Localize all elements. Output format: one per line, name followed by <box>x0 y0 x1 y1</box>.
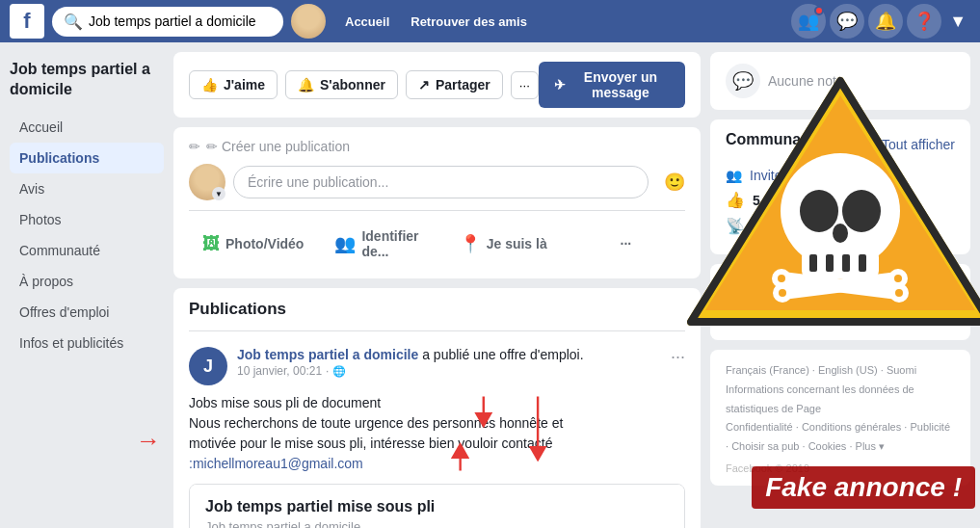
footer-conditions[interactable]: Conditions générales <box>802 421 901 433</box>
post-body-line1: Jobs mise sous pli de document <box>189 393 685 413</box>
post-author-name[interactable]: Job temps partiel a domicile <box>237 347 418 362</box>
post-meta: 10 janvier, 00:21 · 🌐 <box>237 364 584 378</box>
sidebar-item-avis[interactable]: Avis <box>10 173 164 204</box>
nav-link-amis[interactable]: Retrouver des amis <box>403 11 535 33</box>
create-post-actions: 🖼 Photo/Vidéo 👥 Identifier de... 📍 Je su… <box>189 211 685 267</box>
community-title: Communauté <box>726 131 824 148</box>
subscribe-button[interactable]: 🔔 S'abonner <box>285 70 398 99</box>
sidebar-item-communaute[interactable]: Communauté <box>10 235 164 266</box>
right-sidebar: 💬 Aucune note Communauté Tout afficher 👥… <box>710 42 980 528</box>
post-body-email: :michellmoreau1@gmail.com <box>189 454 685 474</box>
sidebar-menu: Accueil Publications Avis Photos Communa… <box>10 112 164 358</box>
job-card-title: Job temps partiel mise sous pli <box>205 498 669 515</box>
job-card: Job temps partiel mise sous pli Job temp… <box>189 484 685 528</box>
user-avatar[interactable] <box>291 4 326 39</box>
footer-lang-fi[interactable]: Suomi <box>887 364 916 376</box>
top-navigation: f 🔍 Accueil Retrouver des amis 👥 💬 🔔 ❓ ▼ <box>0 0 980 42</box>
tag-icon: 👥 <box>334 233 356 254</box>
job-card-header: Job temps partiel mise sous pli Job temp… <box>190 485 684 528</box>
bell-icon[interactable]: 🔔 <box>868 4 903 39</box>
messenger-icon[interactable]: 💬 <box>830 4 864 39</box>
subscribers-desc: abonnées <box>835 221 887 234</box>
sidebar-item-accueil[interactable]: Accueil <box>10 112 164 143</box>
likes-desc: aiment ça <box>835 195 886 208</box>
ellipsis-icon: ··· <box>621 236 632 251</box>
post-avatar: J <box>189 347 227 385</box>
post-header: J Job temps partiel a domicile a publié … <box>189 347 685 385</box>
location-button[interactable]: 📍 Je suis là <box>444 225 563 262</box>
likes-count: 5 personnes <box>753 193 832 208</box>
note-placeholder: 💬 Aucune note <box>726 64 955 98</box>
nav-link-accueil[interactable]: Accueil <box>337 11 397 33</box>
post-body-line3: motivée pour le mise sous pli, intéresse… <box>189 434 685 454</box>
search-input[interactable] <box>89 13 262 29</box>
post-card: J Job temps partiel a domicile a publié … <box>189 343 685 528</box>
footer-publicite[interactable]: Publicité <box>910 421 950 433</box>
publications-section: Publications J Job temps partiel a domic… <box>173 288 701 528</box>
expand-icon[interactable]: ▼ <box>945 12 970 32</box>
footer-lang-fr[interactable]: Français (France) <box>726 364 809 376</box>
search-icon: 🔍 <box>64 13 83 31</box>
footer-plus[interactable]: Plus ▾ <box>856 440 885 452</box>
subscribers-count: 6 personnes <box>753 219 832 234</box>
left-red-arrow: → <box>136 426 161 456</box>
sidebar-item-apropos[interactable]: À propos <box>10 266 164 297</box>
share-button[interactable]: ↗ Partager <box>406 70 503 99</box>
community-likes-row: 👍 5 personnes aiment ça <box>726 191 955 209</box>
note-card: 💬 Aucune note <box>710 52 970 110</box>
edit-icon: ✏ <box>189 139 200 154</box>
dropdown-arrow-icon[interactable]: ▼ <box>212 187 225 200</box>
location-icon: 📍 <box>460 233 481 254</box>
apropos-messenger-row: 💬 <box>726 303 955 321</box>
nav-links: Accueil Retrouver des amis <box>337 11 535 33</box>
page-name-sidebar: Job temps partiel a domicile <box>10 52 164 112</box>
invite-friends-label[interactable]: Invitez vos amis <box>750 168 846 183</box>
globe-icon: 🌐 <box>332 365 346 378</box>
photo-video-button[interactable]: 🖼 Photo/Vidéo <box>189 226 317 262</box>
more-button[interactable]: ··· <box>511 71 539 99</box>
emoji-icon[interactable]: 🙂 <box>664 172 685 193</box>
more-post-actions-button[interactable]: ··· <box>567 228 685 259</box>
main-content: 👍 J'aime 🔔 S'abonner ↗ Partager ··· ✈ En… <box>173 42 710 528</box>
sidebar-item-photos[interactable]: Photos <box>10 204 164 235</box>
sidebar-item-publications[interactable]: Publications <box>10 143 164 173</box>
create-post-header: ▼ Écrire une publication... 🙂 <box>189 164 685 211</box>
post-author-action: a publié une offre d'emploi. <box>422 347 583 362</box>
community-invite-row: 👥 Invitez vos amis <box>726 168 955 183</box>
messenger-send-icon: ✈ <box>554 77 566 92</box>
footer-lang-en[interactable]: English (US) <box>818 364 878 376</box>
community-show-all[interactable]: Tout afficher <box>882 137 955 152</box>
note-icon: 💬 <box>726 64 760 98</box>
footer-cookies[interactable]: Cookies <box>808 440 847 452</box>
like-button[interactable]: 👍 J'aime <box>189 70 278 99</box>
apropos-title: À Propos <box>726 276 955 293</box>
create-post-avatar: ▼ <box>189 164 225 200</box>
sidebar-item-emploi[interactable]: Offres d'emploi <box>10 297 164 328</box>
message-button[interactable]: ✈ Envoyer un message <box>539 62 685 108</box>
post-input[interactable]: Écrire une publication... <box>233 166 649 198</box>
footer-choix-pub[interactable]: Choisir sa pub <box>731 440 799 452</box>
page-layout: Job temps partiel a domicile Accueil Pub… <box>0 42 980 528</box>
facebook-logo: f <box>10 4 44 39</box>
page-header: 👍 J'aime 🔔 S'abonner ↗ Partager ··· ✈ En… <box>173 52 701 118</box>
like-icon: 👍 <box>726 191 745 209</box>
post-body: Jobs mise sous pli de document Nous rech… <box>189 393 685 474</box>
exclamation-mark: ! <box>953 472 962 502</box>
page-header-actions: 👍 J'aime 🔔 S'abonner ↗ Partager ··· <box>189 70 539 99</box>
people-group-icon[interactable]: 👥 <box>791 4 826 39</box>
messenger-apropos-icon: 💬 <box>726 303 745 321</box>
tag-button[interactable]: 👥 Identifier de... <box>321 221 439 267</box>
job-card-subtitle: Job temps partiel a domicile <box>205 519 669 528</box>
invite-friends-icon: 👥 <box>726 168 742 183</box>
sidebar-item-infos[interactable]: Infos et publicités <box>10 328 164 358</box>
nav-icons: 👥 💬 🔔 ❓ ▼ <box>791 4 970 39</box>
footer-card: Français (France) · English (US) · Suomi… <box>710 350 970 486</box>
footer-links: Français (France) · English (US) · Suomi… <box>726 361 955 457</box>
footer-confidentialite[interactable]: Confidentialité <box>726 421 793 433</box>
search-bar[interactable]: 🔍 <box>52 7 283 37</box>
post-options-button[interactable]: ··· <box>671 347 685 367</box>
create-post-card: ✏ ✏ Créer une publication ▼ Écrire une p… <box>173 127 701 278</box>
community-subscribers-row: 📡 6 personnes abonnées <box>726 217 955 235</box>
publications-title: Publications <box>189 300 685 331</box>
help-icon[interactable]: ❓ <box>907 4 941 39</box>
